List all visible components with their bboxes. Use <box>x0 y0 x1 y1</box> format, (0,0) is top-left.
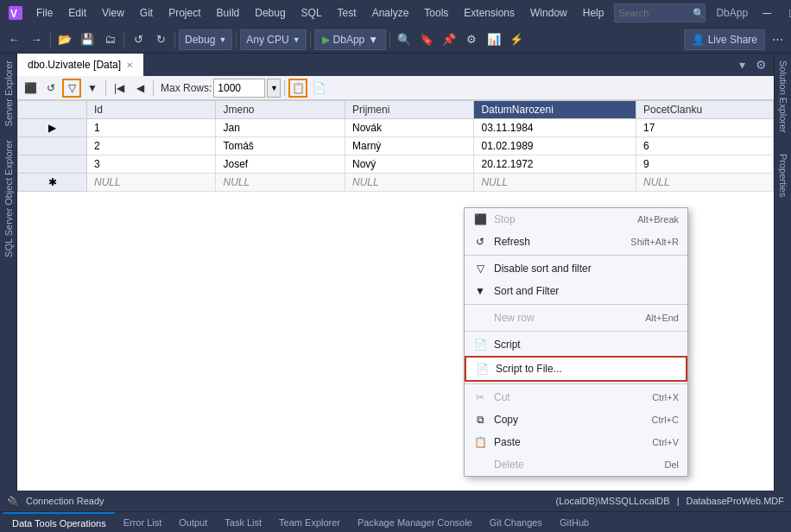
cm-paste[interactable]: 📋 Paste Ctrl+V <box>465 431 687 453</box>
cell-datum[interactable]: 03.11.1984 <box>474 119 636 137</box>
menu-help[interactable]: Help <box>576 3 611 22</box>
data-tab[interactable]: dbo.Uzivatele [Data] ✕ <box>17 54 144 76</box>
tab-settings-button[interactable]: ⚙ <box>752 58 770 72</box>
server-explorer-tab[interactable]: Server Explorer <box>2 54 16 133</box>
new-project-button[interactable]: 📂 <box>54 29 75 50</box>
tab-package-manager[interactable]: Package Manager Console <box>349 512 481 533</box>
tab-output[interactable]: Output <box>170 512 216 533</box>
undo-button[interactable]: ↺ <box>128 29 149 50</box>
cm-stop[interactable]: ⬛ Stop Alt+Break <box>465 208 687 231</box>
search-box[interactable]: 🔍 <box>614 3 706 22</box>
table-row[interactable]: 2 Tomáš Marný 01.02.1989 6 <box>18 137 774 155</box>
diagnostics-button[interactable]: 📊 <box>484 29 504 50</box>
search-input[interactable] <box>615 8 693 18</box>
save-button[interactable]: 💾 <box>77 29 98 50</box>
back-button[interactable]: ← <box>3 29 24 50</box>
solution-explorer-tab[interactable]: Solution Explorer <box>776 54 790 140</box>
cell-prijmeni[interactable]: Novák <box>345 119 473 137</box>
debug-config-dropdown[interactable]: Debug ▼ <box>179 29 232 50</box>
cm-copy[interactable]: ⧉ Copy Ctrl+C <box>465 408 687 431</box>
tab-dropdown-button[interactable]: ▾ <box>736 58 749 72</box>
properties-tab[interactable]: Properties <box>776 147 790 204</box>
tab-git-changes[interactable]: Git Changes <box>481 512 551 533</box>
restore-button[interactable]: □ <box>781 3 791 22</box>
cell-prijmeni-new[interactable]: NULL <box>345 174 473 192</box>
cell-prijmeni[interactable]: Marný <box>345 137 473 155</box>
menu-extensions[interactable]: Extensions <box>457 3 522 22</box>
menu-view[interactable]: View <box>95 3 131 22</box>
run-button[interactable]: ▶ DbApp ▼ <box>314 29 387 50</box>
max-rows-input[interactable] <box>213 79 265 98</box>
cpu-dropdown[interactable]: Any CPU ▼ <box>240 29 306 50</box>
context-menu: ⬛ Stop Alt+Break ↺ Refresh Shift+Alt+R ▽… <box>464 207 688 477</box>
menu-project[interactable]: Project <box>161 3 207 22</box>
tab-close-button[interactable]: ✕ <box>126 60 133 70</box>
cell-prijmeni[interactable]: Nový <box>345 155 473 174</box>
pin-button[interactable]: 📌 <box>439 29 459 50</box>
tab-task-list[interactable]: Task List <box>216 512 270 533</box>
menu-tools[interactable]: Tools <box>417 3 455 22</box>
cell-jmeno[interactable]: Jan <box>216 119 345 137</box>
cell-id-new[interactable]: NULL <box>87 174 216 192</box>
stop-edit-button[interactable]: ⬛ <box>21 79 40 98</box>
cell-jmeno[interactable]: Tomáš <box>216 137 345 155</box>
forward-button[interactable]: → <box>26 29 47 50</box>
bookmark-button[interactable]: 🔖 <box>416 29 437 50</box>
settings-button[interactable]: ⋯ <box>767 29 788 50</box>
cell-jmeno[interactable]: Josef <box>216 155 345 174</box>
cell-pocet[interactable]: 6 <box>636 137 774 155</box>
nav-prev-button[interactable]: ◀ <box>130 79 149 98</box>
nav-first-button[interactable]: |◀ <box>110 79 129 98</box>
sort-filter-button[interactable]: ▼ <box>83 79 102 98</box>
menu-analyze[interactable]: Analyze <box>365 3 416 22</box>
sql-explorer-tab[interactable]: SQL Server Object Explorer <box>2 133 16 264</box>
cell-datum[interactable]: 01.02.1989 <box>474 137 636 155</box>
cm-script-to-file[interactable]: 📄 Script to File... <box>465 356 687 382</box>
cm-cut[interactable]: ✂ Cut Ctrl+X <box>465 386 687 408</box>
menu-sql[interactable]: SQL <box>294 3 329 22</box>
filter-button[interactable]: ▽ <box>62 79 81 98</box>
table-row[interactable]: ▶ 1 Jan Novák 03.11.1984 17 <box>18 119 774 137</box>
minimize-button[interactable]: ─ <box>755 3 779 22</box>
cell-pocet[interactable]: 17 <box>636 119 774 137</box>
script-file-button[interactable]: 📄 <box>309 79 328 98</box>
cell-id[interactable]: 3 <box>87 155 216 174</box>
cell-pocet-new[interactable]: NULL <box>636 174 774 192</box>
table-row-new[interactable]: ✱ NULL NULL NULL NULL NULL <box>18 174 774 192</box>
cell-id[interactable]: 1 <box>87 119 216 137</box>
refresh-data-button[interactable]: ↺ <box>41 79 60 98</box>
cm-script[interactable]: 📄 Script <box>465 333 687 356</box>
save-all-button[interactable]: 🗂 <box>99 29 120 50</box>
cm-new-row[interactable]: New row Alt+End <box>465 307 687 329</box>
menu-debug[interactable]: Debug <box>248 3 292 22</box>
table-row[interactable]: 3 Josef Nový 20.12.1972 9 <box>18 155 774 174</box>
cm-delete[interactable]: Delete Del <box>465 453 687 476</box>
redo-button[interactable]: ↻ <box>150 29 171 50</box>
cell-id[interactable]: 2 <box>87 137 216 155</box>
cm-sort-filter[interactable]: ▼ Sort and Filter <box>465 280 687 302</box>
cell-datum-new[interactable]: NULL <box>474 174 636 192</box>
tools-button[interactable]: ⚙ <box>461 29 482 50</box>
extra-button[interactable]: ⚡ <box>506 29 527 50</box>
cm-sep-2 <box>465 304 687 305</box>
liveshare-button[interactable]: 👤 Live Share <box>684 29 765 50</box>
tab-team-explorer[interactable]: Team Explorer <box>270 512 349 533</box>
menu-window[interactable]: Window <box>523 3 574 22</box>
tab-error-list[interactable]: Error List <box>115 512 171 533</box>
cm-refresh[interactable]: ↺ Refresh Shift+Alt+R <box>465 231 687 253</box>
script-grid-button[interactable]: 📋 <box>288 79 307 98</box>
cell-datum[interactable]: 20.12.1972 <box>474 155 636 174</box>
menu-file[interactable]: File <box>29 3 60 22</box>
cell-pocet[interactable]: 9 <box>636 155 774 174</box>
cm-disable-sort[interactable]: ▽ Disable sort and filter <box>465 257 687 280</box>
menu-git[interactable]: Git <box>133 3 160 22</box>
tab-github[interactable]: GitHub <box>551 512 598 533</box>
tab-data-tools[interactable]: Data Tools Operations <box>3 512 115 533</box>
cell-jmeno-new[interactable]: NULL <box>216 174 345 192</box>
menu-build[interactable]: Build <box>210 3 247 22</box>
max-rows-dropdown[interactable]: ▼ <box>267 79 281 98</box>
menu-edit[interactable]: Edit <box>61 3 93 22</box>
search-toolbar-button[interactable]: 🔍 <box>394 29 414 50</box>
menu-test[interactable]: Test <box>331 3 364 22</box>
dt-sep-2 <box>153 80 154 96</box>
